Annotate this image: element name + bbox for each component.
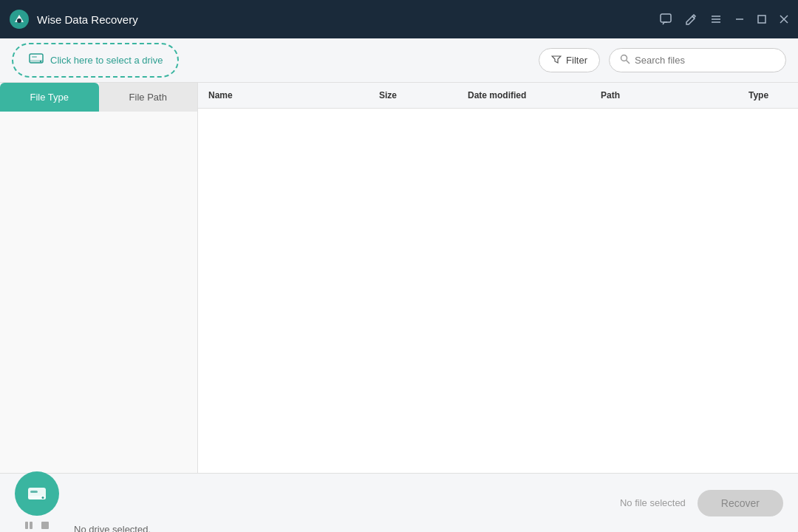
- svg-rect-13: [32, 56, 37, 58]
- column-path[interactable]: Path: [601, 90, 748, 100]
- stop-icon[interactable]: [40, 520, 50, 533]
- svg-rect-20: [25, 522, 28, 529]
- sidebar: File Type File Path: [0, 83, 198, 473]
- select-drive-button[interactable]: Click here to select a drive: [12, 43, 179, 78]
- footer: No drive selected. No file selected Reco…: [0, 473, 798, 532]
- column-name[interactable]: Name: [198, 90, 379, 100]
- svg-point-1: [17, 18, 21, 23]
- pause-icon[interactable]: [24, 520, 34, 533]
- no-file-status: No file selected: [620, 497, 686, 508]
- footer-media-controls: [24, 520, 50, 533]
- tab-file-path[interactable]: File Path: [99, 83, 198, 112]
- menu-icon[interactable]: [709, 13, 723, 26]
- toolbar-right: Filter: [539, 48, 786, 72]
- edit-icon[interactable]: [684, 13, 698, 26]
- svg-point-12: [40, 61, 41, 62]
- search-input[interactable]: [635, 55, 775, 66]
- svg-rect-22: [41, 522, 49, 529]
- footer-left: No drive selected.: [15, 471, 151, 533]
- file-list-header: Name Size Date modified Path Type: [198, 83, 798, 109]
- app-logo: [9, 9, 30, 30]
- tab-bar: File Type File Path: [0, 83, 197, 112]
- toolbar: Click here to select a drive Filter: [0, 38, 798, 83]
- drive-thumbnail: [15, 471, 59, 516]
- search-box: [609, 48, 786, 72]
- drive-icon: [28, 50, 44, 70]
- svg-point-14: [621, 55, 627, 61]
- svg-rect-19: [30, 491, 38, 493]
- titlebar-controls: [659, 13, 789, 26]
- minimize-button[interactable]: [734, 14, 745, 24]
- file-list: Name Size Date modified Path Type: [198, 83, 798, 473]
- drive-select-label: Click here to select a drive: [50, 55, 163, 66]
- search-icon: [620, 54, 630, 66]
- chat-icon[interactable]: [659, 13, 672, 26]
- no-drive-status: No drive selected.: [74, 524, 151, 533]
- svg-rect-7: [758, 16, 765, 23]
- close-button[interactable]: [779, 14, 789, 24]
- app-title: Wise Data Recovery: [37, 13, 138, 26]
- filter-label: Filter: [566, 55, 587, 66]
- column-size[interactable]: Size: [379, 90, 468, 100]
- maximize-button[interactable]: [757, 14, 767, 24]
- file-list-body: [198, 109, 798, 473]
- filter-button[interactable]: Filter: [539, 48, 600, 72]
- filter-icon: [551, 54, 562, 66]
- svg-point-18: [42, 497, 44, 499]
- titlebar: Wise Data Recovery: [0, 0, 798, 38]
- recover-button[interactable]: Recover: [698, 490, 783, 516]
- svg-rect-21: [30, 522, 33, 529]
- footer-right: No file selected Recover: [620, 490, 783, 516]
- svg-rect-2: [661, 14, 671, 22]
- titlebar-left: Wise Data Recovery: [9, 9, 138, 30]
- column-type[interactable]: Type: [748, 90, 798, 100]
- content-area: File Type File Path Name Size Date modif…: [0, 83, 798, 473]
- sidebar-body: [0, 112, 197, 473]
- svg-line-15: [627, 61, 630, 64]
- column-date-modified[interactable]: Date modified: [468, 90, 601, 100]
- tab-file-type[interactable]: File Type: [0, 83, 99, 112]
